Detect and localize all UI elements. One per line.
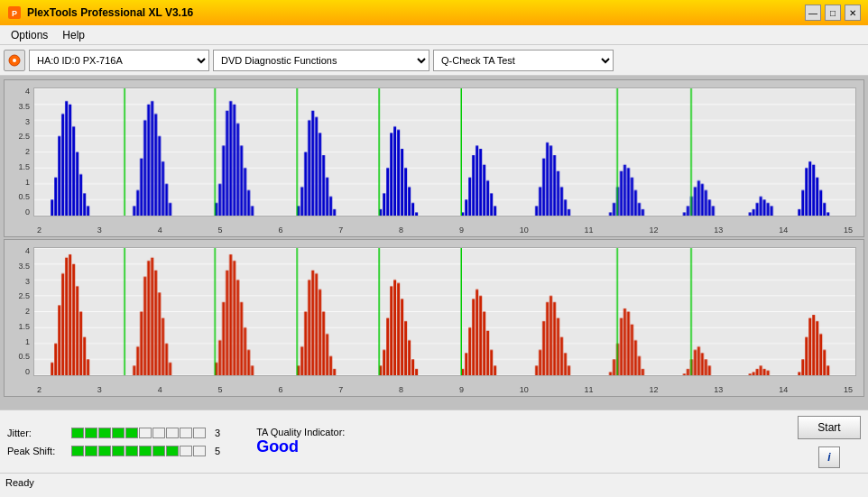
jitter-seg-1 [71,428,84,438]
bottom-chart: 4 3.5 3 2.5 2 1.5 1 0.5 0 2 3 4 5 6 7 8 … [4,239,864,397]
title-bar: P PlexTools Professional XL V3.16 — □ ✕ [0,0,868,25]
drive-select[interactable]: HA:0 ID:0 PX-716A [29,50,209,71]
app-icon: P [7,5,22,20]
minimize-button[interactable]: — [805,5,821,21]
function-select[interactable]: DVD Diagnostic Functions [213,50,429,71]
jitter-seg-3 [98,428,111,438]
jitter-seg-10 [193,428,206,438]
info-button[interactable]: i [818,446,840,468]
peak-seg-2 [85,446,97,456]
start-button[interactable]: Start [798,416,861,439]
charts-area: 4 3.5 3 2.5 2 1.5 1 0.5 0 2 3 4 5 6 7 8 … [0,76,868,410]
top-chart-inner [33,87,856,216]
ta-value: Good [256,437,299,456]
jitter-seg-2 [85,428,97,438]
window-controls: — □ ✕ [805,5,861,21]
status-bar: Ready [0,473,868,491]
bottom-chart-inner [33,247,856,376]
status-text: Ready [5,477,34,488]
jitter-seg-9 [180,428,192,438]
metrics-section: Jitter: 3 Peak Shift: [7,428,220,456]
jitter-row: Jitter: 3 [7,428,220,438]
jitter-progress [71,428,206,438]
bottom-chart-y-axis: 4 3.5 3 2.5 2 1.5 1 0.5 0 [5,247,33,376]
drive-icon [4,50,25,71]
jitter-seg-7 [152,428,165,438]
ta-section: TA Quality Indicator: Good [256,427,345,456]
top-chart-y-axis: 4 3.5 3 2.5 2 1.5 1 0.5 0 [5,87,33,216]
peak-seg-1 [71,446,84,456]
top-chart: 4 3.5 3 2.5 2 1.5 1 0.5 0 2 3 4 5 6 7 8 … [4,79,864,237]
top-chart-x-axis: 2 3 4 5 6 7 8 9 10 11 12 13 14 15 [33,225,856,235]
start-btn-section: Start i [798,416,861,468]
jitter-seg-5 [125,428,138,438]
close-button[interactable]: ✕ [845,5,861,21]
peak-seg-6 [139,446,152,456]
menu-help[interactable]: Help [55,27,92,43]
jitter-seg-8 [166,428,179,438]
peak-seg-7 [152,446,165,456]
peak-seg-9 [180,446,192,456]
peak-seg-8 [166,446,179,456]
menu-options[interactable]: Options [4,27,55,43]
peak-seg-10 [193,446,206,456]
test-select[interactable]: Q-Check TA Test [433,50,614,71]
peak-shift-value: 5 [215,446,220,456]
jitter-seg-6 [139,428,152,438]
jitter-seg-4 [112,428,125,438]
maximize-button[interactable]: □ [825,5,841,21]
peak-seg-4 [112,446,125,456]
toolbar: HA:0 ID:0 PX-716A DVD Diagnostic Functio… [0,45,868,76]
ta-label: TA Quality Indicator: [256,427,345,437]
bottom-chart-x-axis: 2 3 4 5 6 7 8 9 10 11 12 13 14 15 [33,385,856,394]
svg-text:P: P [12,9,17,18]
bottom-panel: Jitter: 3 Peak Shift: [0,410,868,473]
svg-point-3 [13,59,16,62]
jitter-value: 3 [215,428,220,438]
peak-shift-row: Peak Shift: 5 [7,446,220,456]
jitter-label: Jitter: [7,428,66,438]
window-title: PlexTools Professional XL V3.16 [27,6,193,19]
peak-shift-label: Peak Shift: [7,446,66,456]
peak-seg-5 [125,446,138,456]
peak-shift-progress [71,446,206,456]
menu-bar: Options Help [0,25,868,45]
peak-seg-3 [98,446,111,456]
